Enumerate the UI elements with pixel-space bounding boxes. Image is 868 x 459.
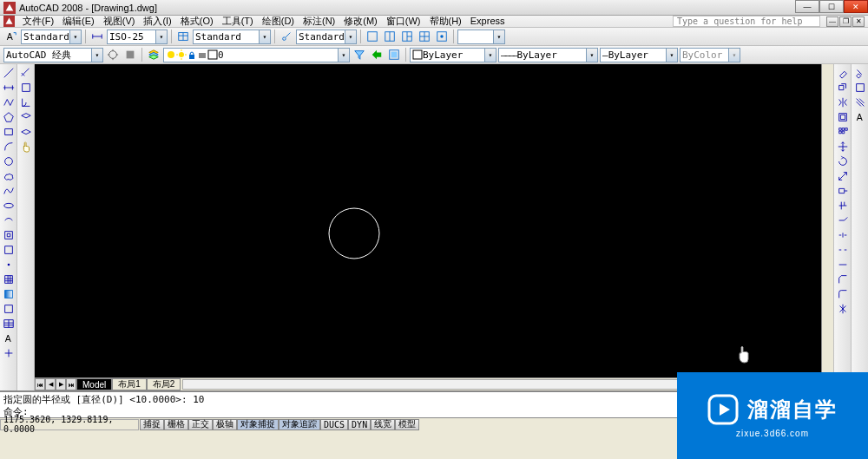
join-tool[interactable] bbox=[835, 258, 850, 272]
layer-state-icon[interactable] bbox=[386, 47, 402, 62]
mleaderstyle-combo[interactable]: Standard▾ bbox=[296, 30, 357, 44]
tablestyle-combo[interactable]: Standard▾ bbox=[193, 30, 271, 44]
sheet-tab-1[interactable]: 布局1 bbox=[112, 378, 147, 390]
linetype-control[interactable]: ———— ByLayer▾ bbox=[498, 48, 598, 62]
status-栅格[interactable]: 栅格 bbox=[164, 419, 188, 430]
textstyle-combo[interactable]: Standard▾ bbox=[21, 30, 82, 44]
fillet-tool[interactable] bbox=[835, 287, 850, 301]
spline-tool[interactable] bbox=[1, 184, 16, 198]
status-线宽[interactable]: 线宽 bbox=[371, 419, 395, 430]
menu-d[interactable]: 绘图(D) bbox=[258, 16, 299, 26]
construction-line-tool[interactable] bbox=[1, 81, 16, 95]
menu-m[interactable]: 修改(M) bbox=[339, 16, 382, 26]
add-selected-tool[interactable] bbox=[1, 346, 16, 360]
layer-filter-icon[interactable] bbox=[352, 47, 367, 62]
array-tool[interactable] bbox=[835, 125, 850, 139]
status-极轴[interactable]: 极轴 bbox=[213, 419, 237, 430]
sheet-nav-next[interactable]: ▶ bbox=[56, 378, 66, 390]
vertical-scrollbar[interactable] bbox=[821, 64, 833, 377]
block-editor-tool[interactable] bbox=[852, 81, 867, 95]
lineweight-control[interactable]: — ByLayer▾ bbox=[600, 48, 678, 62]
table-tool[interactable] bbox=[1, 317, 16, 331]
drawing-area[interactable]: Y X ⏮ ◀ ▶ ⏭ Model布局1布局2 bbox=[35, 64, 833, 390]
minimize-button[interactable]: — bbox=[795, 0, 819, 13]
trim-tool[interactable] bbox=[835, 199, 850, 213]
break-tool[interactable] bbox=[835, 243, 850, 257]
color-control[interactable]: ByLayer▾ bbox=[410, 48, 496, 62]
mleaderstyle-icon[interactable] bbox=[279, 29, 294, 44]
scale-combo[interactable]: ▾ bbox=[457, 30, 505, 44]
erase-tool[interactable] bbox=[835, 66, 850, 80]
menu-e[interactable]: 编辑(E) bbox=[58, 16, 99, 26]
polyline-tool[interactable] bbox=[1, 95, 16, 109]
hatchedit-tool[interactable] bbox=[852, 95, 867, 109]
copy-tool[interactable] bbox=[835, 81, 850, 95]
menu-f[interactable]: 文件(F) bbox=[18, 16, 58, 26]
measure-angle-tool[interactable] bbox=[18, 95, 33, 109]
stretch-tool[interactable] bbox=[835, 184, 850, 198]
arc-tool[interactable] bbox=[1, 140, 16, 154]
measure-distance-tool[interactable] bbox=[18, 66, 33, 80]
mdi-restore[interactable]: ❐ bbox=[839, 16, 852, 27]
mirror-tool[interactable] bbox=[835, 95, 850, 109]
menu-v[interactable]: 视图(V) bbox=[99, 16, 140, 26]
coords-display[interactable]: 1175.3620, 1329.8119, 0.0000 bbox=[0, 419, 139, 430]
move-tool[interactable] bbox=[835, 140, 850, 154]
menu-o[interactable]: 格式(O) bbox=[176, 16, 218, 26]
dimstyle-icon[interactable] bbox=[89, 29, 105, 44]
sheet-nav-first[interactable]: ⏮ bbox=[35, 378, 45, 390]
insert-block-tool[interactable] bbox=[1, 228, 16, 242]
make-block-tool[interactable] bbox=[1, 243, 16, 257]
menu-w[interactable]: 窗口(W) bbox=[382, 16, 425, 26]
scale-tool[interactable] bbox=[835, 169, 850, 183]
break-at-tool[interactable] bbox=[835, 228, 850, 242]
menu-n[interactable]: 标注(N) bbox=[299, 16, 339, 26]
rectangle-tool[interactable] bbox=[1, 125, 16, 139]
workspace-settings-icon[interactable] bbox=[105, 47, 121, 62]
line-tool[interactable] bbox=[1, 66, 16, 80]
layer-iso-tool[interactable] bbox=[18, 110, 33, 124]
menu-i[interactable]: 插入(I) bbox=[139, 16, 175, 26]
workspace-combo[interactable]: AutoCAD 经典▾ bbox=[3, 48, 103, 62]
layer-manager-icon[interactable] bbox=[146, 47, 161, 62]
status-捕捉[interactable]: 捕捉 bbox=[140, 419, 164, 430]
status-对象追踪[interactable]: 对象追踪 bbox=[279, 419, 320, 430]
polygon-tool[interactable] bbox=[1, 110, 16, 124]
rotate-tool[interactable] bbox=[835, 154, 850, 168]
status-模型[interactable]: 模型 bbox=[395, 419, 419, 430]
mdi-minimize[interactable]: — bbox=[826, 16, 838, 27]
drawing-canvas[interactable]: Y X bbox=[35, 64, 833, 390]
textedit-tool[interactable]: A bbox=[852, 110, 867, 124]
textstyle-icon[interactable]: A bbox=[3, 29, 19, 44]
viewport-settings[interactable] bbox=[434, 29, 450, 44]
extend-tool[interactable] bbox=[835, 213, 850, 227]
viewport-four[interactable] bbox=[417, 29, 432, 44]
maximize-button[interactable]: ☐ bbox=[819, 0, 844, 13]
ellipse-arc-tool[interactable] bbox=[1, 213, 16, 227]
explode-tool[interactable] bbox=[835, 302, 850, 316]
layer-combo[interactable]: 0 ▾ bbox=[163, 48, 350, 62]
layer-prev-icon[interactable] bbox=[369, 47, 385, 62]
status-DUCS[interactable]: DUCS bbox=[320, 419, 348, 430]
dimstyle-combo[interactable]: ISO-25▾ bbox=[107, 30, 168, 44]
sheet-nav-prev[interactable]: ◀ bbox=[45, 378, 56, 390]
match-prop-tool[interactable] bbox=[852, 66, 867, 80]
sheet-tab-0[interactable]: Model bbox=[76, 378, 112, 390]
status-正交[interactable]: 正交 bbox=[188, 419, 213, 430]
menu-h[interactable]: 帮助(H) bbox=[425, 16, 466, 26]
point-tool[interactable] bbox=[1, 258, 16, 272]
offset-tool[interactable] bbox=[835, 110, 850, 124]
menu-t[interactable]: 工具(T) bbox=[218, 16, 258, 26]
status-DYN[interactable]: DYN bbox=[348, 419, 371, 430]
mtext-tool[interactable]: A bbox=[1, 331, 16, 345]
hatch-tool[interactable] bbox=[1, 272, 16, 286]
layer-off-tool[interactable] bbox=[18, 125, 33, 139]
viewport-two[interactable] bbox=[382, 29, 398, 44]
circle-tool[interactable] bbox=[1, 154, 16, 168]
workspace-save-icon[interactable] bbox=[122, 47, 138, 62]
status-对象捕捉[interactable]: 对象捕捉 bbox=[237, 419, 279, 430]
viewport-three[interactable] bbox=[399, 29, 415, 44]
revcloud-tool[interactable] bbox=[1, 169, 16, 183]
gradient-tool[interactable] bbox=[1, 287, 16, 301]
chamfer-tool[interactable] bbox=[835, 272, 850, 286]
